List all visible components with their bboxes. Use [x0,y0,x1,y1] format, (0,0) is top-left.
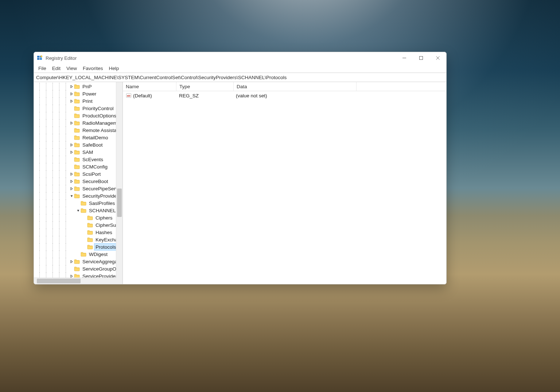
tree-item[interactable]: SafeBoot [34,141,122,148]
tree-item-label: PriorityControl [81,105,115,112]
titlebar[interactable]: Registry Editor [34,52,446,64]
svg-point-4 [40,55,42,57]
folder-icon [74,179,80,184]
tree-item[interactable]: SecurityProviders [34,192,122,199]
expand-icon[interactable] [69,83,74,90]
tree-horizontal-scrollbar[interactable] [34,277,116,284]
tree-item[interactable]: SaslProfiles [34,199,122,207]
expand-icon[interactable] [69,170,74,178]
tree-item[interactable]: PnP [34,83,122,90]
tree-item[interactable]: SCMConfig [34,163,122,170]
tree-vertical-scrollbar[interactable] [116,82,122,278]
collapse-icon[interactable] [75,207,81,214]
scrollbar-thumb[interactable] [37,279,81,283]
expand-icon[interactable] [69,119,74,127]
column-header-data[interactable]: Data [234,82,357,91]
tree-item[interactable]: Protocols [34,243,122,251]
tree-item-label: ProductOptions [81,112,117,119]
tree-item-label: SecureBoot [81,178,109,185]
tree-item[interactable]: Hashes [34,229,122,236]
scrollbar-thumb[interactable] [117,189,122,217]
folder-icon [74,113,80,118]
tree-item[interactable]: WDigest [34,251,122,258]
folder-icon [74,157,80,162]
svg-rect-0 [37,56,39,58]
tree-item[interactable]: RetailDemo [34,134,122,141]
expand-icon[interactable] [69,141,74,148]
expand-icon[interactable] [69,97,74,105]
tree-item-label: SaslProfiles [88,200,116,206]
expand-icon[interactable] [69,148,74,156]
tree-item[interactable]: Remote Assistance [34,127,122,134]
tree-item[interactable]: Ciphers [34,214,122,221]
expand-icon[interactable] [69,185,74,192]
value-name: (Default) [133,93,152,98]
tree-item[interactable]: ProductOptions [34,112,122,119]
tree-item-label: Protocols [94,244,117,250]
expand-icon[interactable] [69,178,74,185]
folder-icon [74,91,80,96]
column-header-type[interactable]: Type [176,82,234,91]
reg-string-icon: ab [126,93,132,98]
tree-item[interactable]: ServiceAggregatedEvents [34,258,122,265]
folder-icon [87,215,93,220]
tree-item-label: Power [81,90,97,97]
folder-icon [74,193,80,198]
folder-icon [74,142,80,147]
svg-rect-2 [37,58,39,60]
tree-item[interactable]: SAM [34,148,122,156]
client-area: PnPPowerPrintPriorityControlProductOptio… [34,82,446,284]
folder-icon [74,135,80,140]
app-icon [37,55,43,61]
column-header-name[interactable]: Name [123,82,176,91]
expand-icon[interactable] [69,258,74,265]
tree-item[interactable]: ScsiPort [34,170,122,178]
tree-item[interactable]: SCHANNEL [34,207,122,214]
menu-file[interactable]: File [35,65,49,72]
tree-item-label: ScsiPort [81,171,102,177]
tree-item[interactable]: CipherSuites [34,221,122,229]
menu-favorites[interactable]: Favorites [80,65,106,72]
window-title: Registry Editor [46,55,77,61]
tree-item[interactable]: ScEvents [34,156,122,163]
value-type: REG_SZ [176,93,233,98]
menubar: File Edit View Favorites Help [34,64,446,73]
folder-icon [74,164,80,169]
menu-help[interactable]: Help [106,65,122,72]
tree-item[interactable]: Power [34,90,122,97]
folder-icon [87,222,93,228]
tree-item[interactable]: PriorityControl [34,105,122,112]
tree-item[interactable]: RadioManagement [34,119,122,127]
collapse-icon[interactable] [69,192,74,199]
registry-editor-window: Registry Editor File Edit View Favorites… [34,52,447,284]
folder-icon [74,150,80,155]
tree-item[interactable]: SecureBoot [34,178,122,185]
menu-edit[interactable]: Edit [49,65,63,72]
svg-text:ab: ab [127,94,130,97]
folder-icon [81,201,86,206]
folder-icon [87,237,93,242]
folder-icon [74,84,80,89]
tree-item[interactable]: KeyExchangeAlgorithms [34,236,122,243]
folder-icon [74,266,80,271]
tree-item[interactable]: ServiceGroupOrder [34,265,122,272]
minimize-button[interactable] [396,52,413,64]
tree-item[interactable]: Print [34,97,122,105]
folder-icon [74,106,80,111]
folder-icon [81,252,86,257]
list-row[interactable]: ab(Default)REG_SZ(value not set) [123,92,446,99]
values-list-pane: Name Type Data ab(Default)REG_SZ(value n… [123,82,446,284]
folder-icon [87,244,93,249]
expand-icon[interactable] [69,90,74,97]
maximize-button[interactable] [413,52,429,64]
tree-pane: PnPPowerPrintPriorityControlProductOptio… [34,82,123,284]
close-button[interactable] [429,52,446,64]
tree-item-label: SafeBoot [81,141,104,148]
tree-item-label: Ciphers [94,214,114,221]
tree-item-label: SCMConfig [81,163,109,170]
folder-icon [74,186,80,191]
tree-item[interactable]: SecurePipeServers [34,185,122,192]
address-bar[interactable]: Computer\HKEY_LOCAL_MACHINE\SYSTEM\Curre… [34,73,446,82]
menu-view[interactable]: View [63,65,80,72]
folder-icon [81,208,86,213]
